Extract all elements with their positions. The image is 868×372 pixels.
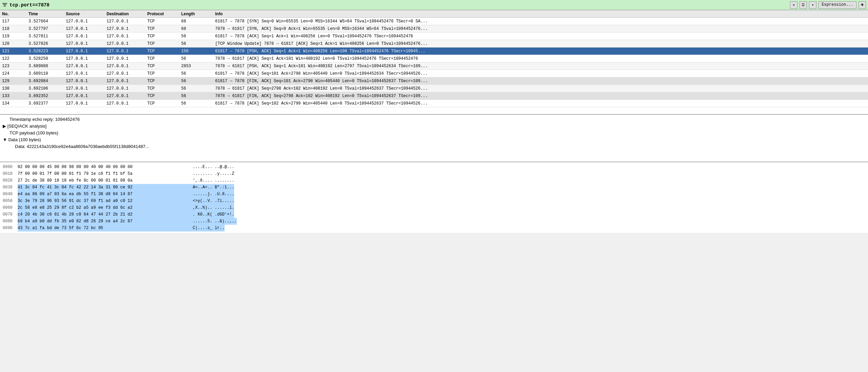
- hex-bytes: e4 aa 86 09 a7 03 6a ea db 55 f1 38 d8 0…: [18, 191, 187, 198]
- table-row[interactable]: 122 3.528250 127.0.0.1 127.0.0.1 TCP 56 …: [0, 55, 868, 62]
- hex-row: 0070 c4 20 4b 30 c6 81 4b 28 c0 64 47 44…: [3, 211, 865, 218]
- detail-lines: Timestamp echo reply: 1094452476[SEQ/ACK…: [3, 116, 865, 150]
- filter-icon: [2, 2, 7, 8]
- close-filter-button[interactable]: ✕: [790, 1, 797, 9]
- column-headers: No. Time Source Destination Protocol Len…: [0, 10, 868, 18]
- cell-destination: 127.0.0.1: [105, 79, 146, 83]
- table-row[interactable]: 123 3.689088 127.0.0.1 127.0.0.1 TCP 285…: [0, 62, 868, 70]
- cell-source: 127.0.0.1: [64, 94, 105, 98]
- hex-offset: 0080: [3, 218, 18, 225]
- add-filter-button[interactable]: +: [858, 1, 866, 9]
- table-row[interactable]: 130 3.692106 127.0.0.1 127.0.0.1 TCP 56 …: [0, 85, 868, 92]
- hex-ascii: ........ .y.....Z: [187, 170, 234, 177]
- hex-bytes: 02 00 00 00 45 00 00 98 00 00 40 00 40 0…: [18, 164, 187, 170]
- cell-length: 56: [180, 34, 214, 39]
- cell-no: 122: [0, 56, 27, 61]
- cell-time: 3.528223: [27, 49, 64, 54]
- hex-offset: 0040: [3, 191, 18, 198]
- cell-info: 7878 → 61817 [PSH, ACK] Seq=1 Ack=101 Wi…: [214, 64, 868, 69]
- cell-info: 7878 → 61817 [ACK] Seq=2798 Ack=102 Win=…: [214, 86, 868, 91]
- cell-destination: 127.0.0.1: [105, 34, 146, 39]
- cell-info: [TCP Window Update] 7878 → 61817 [ACK] S…: [214, 41, 868, 46]
- col-header-source: Source: [64, 12, 105, 16]
- cell-time: 3.527826: [27, 41, 64, 46]
- cell-no: 124: [0, 71, 27, 76]
- cell-destination: 127.0.0.1: [105, 41, 146, 46]
- cell-destination: 127.0.0.1: [105, 71, 146, 76]
- cell-length: 68: [180, 19, 214, 24]
- hex-offset: 0050: [3, 198, 18, 204]
- cell-no: 118: [0, 26, 27, 31]
- col-header-destination: Destination: [105, 12, 146, 16]
- cell-protocol: TCP: [146, 49, 180, 54]
- cell-destination: 127.0.0.1: [105, 26, 146, 31]
- bookmark-button[interactable]: ☰: [799, 1, 807, 9]
- hex-row: 0020 27 2c de 38 80 18 18 eb fe 8c 00 00…: [3, 177, 865, 184]
- cell-time: 3.527664: [27, 19, 64, 24]
- cell-source: 127.0.0.1: [64, 64, 105, 69]
- col-header-no: No.: [0, 12, 27, 16]
- cell-time: 3.692377: [27, 101, 64, 106]
- cell-time: 3.689110: [27, 71, 64, 76]
- table-row[interactable]: 120 3.527826 127.0.0.1 127.0.0.1 TCP 56 …: [0, 40, 868, 48]
- table-row[interactable]: 119 3.527811 127.0.0.1 127.0.0.1 TCP 56 …: [0, 33, 868, 40]
- detail-line: Timestamp echo reply: 1094452476: [3, 116, 865, 123]
- hex-ascii: <>y(..V. .7i.....: [187, 198, 234, 204]
- cell-destination: 127.0.0.1: [105, 56, 146, 61]
- col-header-length: Length: [180, 12, 214, 16]
- detail-panel: Timestamp echo reply: 1094452476[SEQ/ACK…: [0, 115, 868, 162]
- cell-length: 56: [180, 71, 214, 76]
- col-header-protocol: Protocol: [146, 12, 180, 16]
- hex-offset: 0090: [3, 225, 18, 231]
- table-row[interactable]: 118 3.527797 127.0.0.1 127.0.0.1 TCP 68 …: [0, 25, 868, 33]
- dropdown-button[interactable]: ▾: [809, 1, 816, 9]
- cell-source: 127.0.0.1: [64, 56, 105, 61]
- table-row[interactable]: 133 3.692352 127.0.0.1 127.0.0.1 TCP 56 …: [0, 92, 868, 100]
- table-row[interactable]: 134 3.692377 127.0.0.1 127.0.0.1 TCP 56 …: [0, 100, 868, 107]
- hex-offset: 0060: [3, 204, 18, 211]
- hex-offset: 0000: [3, 164, 18, 170]
- cell-length: 56: [180, 41, 214, 46]
- cell-protocol: TCP: [146, 94, 180, 98]
- hex-bytes: 41 3c 04 fc 41 3c 04 fc 42 22 14 3a 31 9…: [18, 184, 187, 191]
- cell-no: 120: [0, 41, 27, 46]
- detail-line[interactable]: Data (100 bytes): [3, 136, 865, 143]
- hex-bytes: b9 b4 a9 b0 dd fb 35 e0 82 d8 26 29 ce a…: [18, 218, 187, 225]
- hex-ascii: ......5. ..&)..,..: [187, 218, 237, 225]
- cell-time: 3.527797: [27, 26, 64, 31]
- cell-protocol: TCP: [146, 26, 180, 31]
- expression-button[interactable]: Expression...: [818, 1, 856, 9]
- hex-ascii: ,X..%).. ......l.: [187, 204, 234, 211]
- cell-protocol: TCP: [146, 79, 180, 83]
- col-header-info: Info: [214, 12, 868, 16]
- cell-info: 7878 → 61817 [FIN, ACK] Seq=2798 Ack=102…: [214, 94, 868, 98]
- cell-destination: 127.0.0.1: [105, 64, 146, 69]
- cell-length: 56: [180, 56, 214, 61]
- cell-destination: 127.0.0.1: [105, 101, 146, 106]
- table-row[interactable]: 117 3.527664 127.0.0.1 127.0.0.1 TCP 68 …: [0, 18, 868, 25]
- cell-no: 123: [0, 64, 27, 69]
- cell-source: 127.0.0.1: [64, 26, 105, 31]
- hex-row: 0060 2c 58 e8 e8 25 29 8f c2 b2 a5 a9 ee…: [3, 204, 865, 211]
- packet-list: No. Time Source Destination Protocol Len…: [0, 10, 868, 115]
- filter-bar: tcp.port==7878 ✕ ☰ ▾ Expression... +: [0, 0, 868, 10]
- detail-line[interactable]: [SEQ/ACK analysis]: [3, 123, 865, 130]
- table-row[interactable]: 129 3.692084 127.0.0.1 127.0.0.1 TCP 56 …: [0, 77, 868, 85]
- table-row[interactable]: 121 3.528223 127.0.0.1 127.0.0.1 TCP 156…: [0, 48, 868, 55]
- cell-info: 7878 → 61817 [ACK] Seq=1 Ack=101 Win=408…: [214, 56, 868, 61]
- cell-source: 127.0.0.1: [64, 71, 105, 76]
- hex-offset: 0020: [3, 177, 18, 184]
- hex-row: 0050 3c 3e 79 28 96 93 56 91 dc 37 69 f1…: [3, 198, 865, 204]
- filter-text: tcp.port==7878: [10, 2, 788, 8]
- table-row[interactable]: 124 3.689110 127.0.0.1 127.0.0.1 TCP 56 …: [0, 70, 868, 77]
- cell-info: 61817 → 7878 [FIN, ACK] Seq=101 Ack=2798…: [214, 79, 868, 83]
- cell-length: 68: [180, 26, 214, 31]
- cell-protocol: TCP: [146, 71, 180, 76]
- cell-source: 127.0.0.1: [64, 49, 105, 54]
- cell-no: 117: [0, 19, 27, 24]
- hex-ascii: ....E... ..@.@...: [187, 164, 234, 170]
- hex-bytes: 2c 58 e8 e8 25 29 8f c2 b2 a5 a9 ee f3 d…: [18, 204, 187, 211]
- hex-row: 0010 7f 00 00 01 7f 00 00 01 f1 79 1e c6…: [3, 170, 865, 177]
- cell-info: 61817 → 7878 [SYN] Seq=0 Win=65535 Len=0…: [214, 19, 868, 24]
- cell-destination: 127.0.0.1: [105, 19, 146, 24]
